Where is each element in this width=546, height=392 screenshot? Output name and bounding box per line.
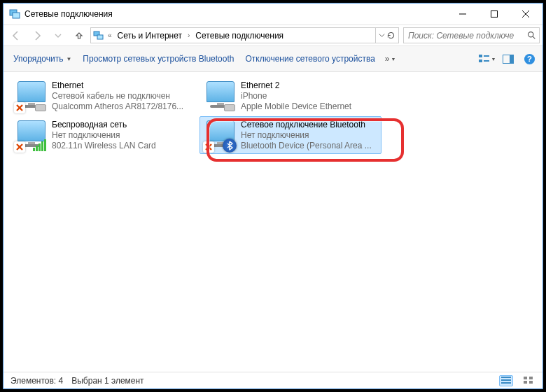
bluetooth-icon xyxy=(223,139,237,153)
recent-dropdown[interactable] xyxy=(48,27,68,44)
connection-device: Bluetooth Device (Personal Area ... xyxy=(241,141,372,151)
connection-name: Ethernet 2 xyxy=(241,80,351,91)
maximize-button[interactable] xyxy=(478,4,510,24)
window-title: Сетевые подключения xyxy=(24,9,447,19)
up-button[interactable] xyxy=(69,27,89,44)
cable-icon xyxy=(35,104,46,111)
svg-rect-27 xyxy=(524,377,527,379)
svg-point-8 xyxy=(528,32,533,37)
network-connections-icon xyxy=(9,8,20,20)
command-bar: Упорядочить▼ Просмотр сетевых устройств … xyxy=(4,46,542,72)
view-options-button[interactable]: ▼ xyxy=(478,50,496,68)
connections-list: Ethernet Сетевой кабель не подключен Qua… xyxy=(4,73,542,372)
search-icon[interactable] xyxy=(524,31,539,40)
cable-icon xyxy=(224,104,235,111)
svg-rect-28 xyxy=(529,377,533,379)
chevron-down-icon[interactable] xyxy=(379,32,385,38)
close-button[interactable] xyxy=(510,4,541,24)
connection-name: Сетевое подключение Bluetooth xyxy=(241,120,372,130)
preview-pane-button[interactable] xyxy=(499,50,517,68)
item-count: Элементов: 4 xyxy=(10,376,63,386)
connection-item-bluetooth[interactable]: Сетевое подключение Bluetooth Нет подклю… xyxy=(200,116,382,154)
details-view-button[interactable] xyxy=(499,375,513,386)
svg-rect-11 xyxy=(479,59,482,62)
connection-item-wifi[interactable]: Беспроводная сеть Нет подключения 802.11… xyxy=(10,116,192,154)
svg-line-9 xyxy=(533,36,535,38)
connection-item-ethernet-2[interactable]: Ethernet 2 iPhone Apple Mobile Device Et… xyxy=(200,77,382,115)
svg-rect-29 xyxy=(524,381,527,384)
connection-name: Беспроводная сеть xyxy=(52,120,156,130)
connection-status: Сетевой кабель не подключен xyxy=(52,91,183,102)
window: Сетевые подключения « Сеть и Интернет › … xyxy=(3,3,543,389)
chevron-right-icon: « xyxy=(106,31,113,39)
connection-item-ethernet[interactable]: Ethernet Сетевой кабель не подключен Qua… xyxy=(10,77,192,115)
svg-rect-1 xyxy=(13,13,20,18)
connection-status: Нет подключения xyxy=(52,130,156,141)
search-box[interactable] xyxy=(403,27,540,43)
connection-name: Ethernet xyxy=(52,80,183,91)
organize-button[interactable]: Упорядочить▼ xyxy=(8,48,77,69)
ethernet-icon xyxy=(14,80,49,113)
large-icons-view-button[interactable] xyxy=(522,375,536,386)
address-bar: « Сеть и Интернет › Сетевые подключения xyxy=(4,24,542,46)
minimize-button[interactable] xyxy=(447,4,478,24)
connection-status: Нет подключения xyxy=(241,130,372,141)
more-commands-button[interactable]: »▼ xyxy=(381,54,400,64)
svg-rect-30 xyxy=(529,381,533,384)
status-bar: Элементов: 4 Выбран 1 элемент xyxy=(4,372,542,388)
chevron-right-icon: › xyxy=(186,31,191,39)
breadcrumb-item[interactable]: Сеть и Интернет xyxy=(113,28,186,43)
search-input[interactable] xyxy=(404,31,524,41)
ethernet-icon xyxy=(203,80,238,113)
breadcrumb-box[interactable]: « Сеть и Интернет › Сетевые подключения xyxy=(90,27,399,43)
back-button[interactable] xyxy=(6,27,26,44)
svg-rect-7 xyxy=(97,35,103,39)
chevron-down-icon: ▼ xyxy=(66,56,71,62)
error-badge-icon xyxy=(14,102,25,113)
svg-text:?: ? xyxy=(527,55,532,63)
connection-status: iPhone xyxy=(241,91,351,102)
view-bluetooth-devices-button[interactable]: Просмотр сетевых устройств Bluetooth xyxy=(77,48,239,69)
svg-rect-3 xyxy=(491,11,497,18)
selection-count: Выбран 1 элемент xyxy=(71,376,144,386)
svg-rect-10 xyxy=(479,55,482,57)
error-badge-icon xyxy=(203,141,214,153)
help-button[interactable]: ? xyxy=(520,50,538,68)
connection-device: 802.11n Wireless LAN Card xyxy=(52,141,156,151)
error-badge-icon xyxy=(14,141,25,153)
bluetooth-connection-icon xyxy=(203,119,238,153)
signal-bars-icon xyxy=(33,139,46,151)
svg-rect-15 xyxy=(510,55,513,63)
network-icon xyxy=(91,30,106,41)
titlebar: Сетевые подключения xyxy=(4,4,542,24)
connection-device: Apple Mobile Device Ethernet xyxy=(241,102,351,112)
forward-button[interactable] xyxy=(27,27,47,44)
wifi-icon xyxy=(14,119,49,153)
breadcrumb-item[interactable]: Сетевые подключения xyxy=(191,28,288,43)
disable-device-button[interactable]: Отключение сетевого устройства xyxy=(239,48,380,69)
connection-device: Qualcomm Atheros AR8172/8176... xyxy=(52,102,183,112)
refresh-icon[interactable] xyxy=(386,31,396,40)
